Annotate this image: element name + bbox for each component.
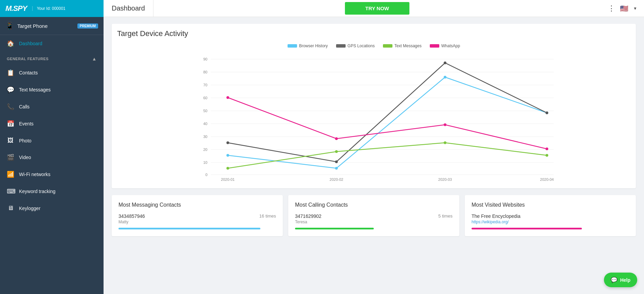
bottom-cards: Most Messaging Contacts 3434857946 Matty… (112, 195, 636, 236)
legend-text-messages-label: Text Messages (394, 44, 422, 48)
header-right: Dashboard TRY NOW ⋮ 🇺🇸 ▼ (104, 0, 644, 17)
svg-text:50: 50 (203, 109, 207, 113)
sidebar-item-dashboard[interactable]: 🏠 Dashboard (0, 35, 104, 52)
svg-point-22 (444, 76, 446, 79)
keyword-icon: ⌨ (7, 188, 14, 195)
sidebar-item-contacts[interactable]: 📋 Contacts (0, 64, 104, 81)
svg-point-30 (444, 141, 446, 144)
messaging-contact-entry: 3434857946 Matty 16 times (118, 213, 276, 224)
try-now-area: TRY NOW (153, 2, 601, 15)
chart-legend: Browser History GPS Locations Text Messa… (117, 44, 630, 48)
calls-icon: 📞 (7, 103, 14, 110)
svg-text:90: 90 (203, 57, 207, 61)
sidebar-item-video[interactable]: 🎬 Video (0, 149, 104, 166)
svg-point-31 (546, 154, 548, 157)
user-id: Your Id: 000001 (32, 6, 65, 11)
calling-contact-bar (295, 228, 374, 229)
sidebar-text-messages-label: Text Messages (19, 87, 51, 92)
sidebar-item-keyword[interactable]: ⌨ Keyword tracking (0, 183, 104, 200)
help-button[interactable]: 💬 Help (604, 273, 637, 287)
logo: M.SPY (5, 4, 27, 13)
messaging-contact-info: 3434857946 Matty (118, 213, 145, 224)
svg-text:2020-02: 2020-02 (330, 177, 343, 181)
legend-browser-history: Browser History (288, 44, 328, 48)
svg-point-25 (335, 160, 338, 163)
messaging-card-title: Most Messaging Contacts (118, 202, 276, 208)
legend-whatsapp-label: WhatsApp (441, 44, 460, 48)
sidebar-calls-label: Calls (19, 104, 30, 109)
legend-gps-label: GPS Locations (348, 44, 375, 48)
calling-contact-entry: 3471629902 Teresa 5 times (295, 213, 453, 224)
svg-point-28 (226, 167, 229, 170)
svg-text:2020-03: 2020-03 (438, 177, 452, 181)
premium-badge: PREMIUM (77, 23, 98, 29)
sidebar: 📱 Target Phone PREMIUM 🏠 Dashboard GENER… (0, 17, 104, 294)
website-name: The Free Encyclopedia (472, 213, 520, 219)
browser-history-swatch (288, 44, 297, 48)
svg-point-29 (335, 150, 338, 153)
messaging-contact-times: 16 times (259, 213, 276, 219)
website-bar (472, 228, 582, 229)
sidebar-item-calls[interactable]: 📞 Calls (0, 98, 104, 115)
sidebar-item-events[interactable]: 📅 Events (0, 115, 104, 132)
sidebar-item-keylogger[interactable]: 🖥 Keylogger (0, 200, 104, 217)
calling-card-title: Most Calling Contacts (295, 202, 453, 208)
svg-text:20: 20 (203, 148, 207, 152)
svg-point-35 (546, 148, 548, 150)
sidebar-photo-label: Photo (19, 138, 32, 143)
websites-card-title: Most Visited Websites (472, 202, 629, 208)
legend-whatsapp: WhatsApp (430, 44, 460, 48)
svg-point-20 (226, 154, 229, 157)
main-content: Target Device Activity Browser History G… (104, 17, 644, 294)
help-chat-icon: 💬 (611, 277, 618, 283)
calling-contact-number: 3471629902 (295, 213, 321, 219)
websites-card: Most Visited Websites The Free Encyclope… (465, 195, 636, 236)
chart-title: Target Device Activity (117, 29, 630, 38)
sms-icon: 💬 (7, 86, 14, 93)
header-actions: ⋮ 🇺🇸 ▼ (601, 4, 644, 13)
whatsapp-swatch (430, 44, 439, 48)
wifi-icon: 📶 (7, 171, 14, 178)
section-label: GENERAL FEATURES (7, 57, 49, 61)
svg-text:40: 40 (203, 122, 207, 126)
messaging-contact-bar (118, 228, 260, 229)
sidebar-item-text-messages[interactable]: 💬 Text Messages (0, 81, 104, 98)
svg-point-32 (226, 96, 229, 99)
chevron-up-icon: ▲ (92, 56, 97, 62)
website-info: The Free Encyclopedia https://wikipedia.… (472, 213, 520, 224)
try-now-button[interactable]: TRY NOW (345, 2, 409, 15)
svg-text:30: 30 (203, 135, 207, 139)
svg-point-21 (335, 167, 338, 170)
svg-text:2020-04: 2020-04 (540, 177, 554, 181)
page-title: Dashboard (104, 0, 153, 17)
svg-point-24 (226, 141, 229, 144)
sidebar-target[interactable]: 📱 Target Phone PREMIUM (0, 17, 104, 35)
flag-icon[interactable]: 🇺🇸 (620, 4, 628, 13)
svg-point-26 (444, 62, 446, 64)
svg-text:80: 80 (203, 70, 207, 74)
chevron-down-icon[interactable]: ▼ (633, 6, 637, 11)
legend-text-messages: Text Messages (383, 44, 422, 48)
sidebar-keylogger-label: Keylogger (19, 206, 40, 211)
legend-gps: GPS Locations (336, 44, 375, 48)
svg-point-34 (444, 123, 446, 126)
svg-text:0: 0 (205, 173, 207, 177)
sidebar-section-general: GENERAL FEATURES ▲ (0, 52, 104, 64)
sidebar-events-label: Events (19, 121, 34, 126)
target-label: Target Phone (17, 23, 74, 29)
website-entry: The Free Encyclopedia https://wikipedia.… (472, 213, 629, 224)
messaging-contacts-card: Most Messaging Contacts 3434857946 Matty… (112, 195, 283, 236)
phone-icon: 📱 (5, 22, 14, 30)
more-icon[interactable]: ⋮ (608, 4, 615, 13)
activity-chart-svg: 90 80 70 60 50 40 30 20 10 0 (117, 52, 630, 181)
sidebar-item-photo[interactable]: 🖼 Photo (0, 132, 104, 149)
website-url[interactable]: https://wikipedia.org/ (472, 220, 520, 224)
keylogger-icon: 🖥 (7, 205, 14, 212)
svg-text:60: 60 (203, 96, 207, 100)
sidebar-item-wifi[interactable]: 📶 Wi-Fi networks (0, 166, 104, 183)
top-bar: M.SPY Your Id: 000001 Dashboard TRY NOW … (0, 0, 644, 17)
logo-area: M.SPY Your Id: 000001 (0, 0, 104, 17)
contacts-icon: 📋 (7, 69, 14, 76)
sidebar-dashboard-label: Dashboard (19, 41, 42, 46)
help-label: Help (620, 277, 630, 283)
